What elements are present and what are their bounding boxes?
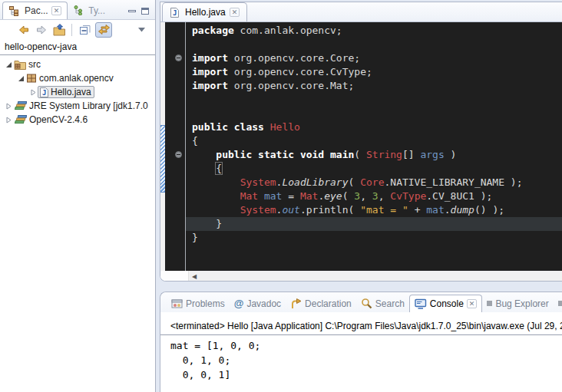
tree-item-src[interactable]: src xyxy=(0,58,155,71)
code-line-2[interactable] xyxy=(192,38,562,51)
view-menu-button[interactable] xyxy=(134,23,148,37)
code-line-10[interactable]: public static void main( String[] args ) xyxy=(192,148,562,162)
code-line-6[interactable] xyxy=(192,93,562,107)
go-into-button[interactable] xyxy=(52,23,66,37)
console-output-line: 0, 1, 0; xyxy=(170,353,562,367)
toolbar-separator xyxy=(71,24,72,36)
tab-label: Declaration xyxy=(305,298,352,309)
token-plain: () ); xyxy=(474,204,504,216)
code-line-15[interactable]: } xyxy=(186,217,562,231)
close-icon[interactable]: ✕ xyxy=(51,6,62,15)
code-line-7[interactable] xyxy=(192,107,562,120)
token-method: eye xyxy=(324,190,342,202)
tab-console[interactable]: Console✕ xyxy=(409,295,483,312)
token-type: System xyxy=(240,176,276,188)
token-type: CvType xyxy=(390,190,426,202)
library-icon xyxy=(14,114,27,125)
tree-selection: JHello.java xyxy=(38,86,94,98)
close-icon[interactable]: ✕ xyxy=(230,8,240,17)
tab-label: Bug Explorer xyxy=(495,298,548,309)
link-with-editor-button[interactable] xyxy=(95,22,112,38)
console-tabbar: Problems@JavadocDeclarationSearchConsole… xyxy=(160,292,562,312)
token-plain: } xyxy=(192,218,222,229)
tree-item-label: OpenCV-2.4.6 xyxy=(29,114,88,125)
maximize-icon[interactable] xyxy=(141,8,149,15)
code-line-12[interactable]: System.LoadLibrary( Core.NATIVE_LIBRARY_… xyxy=(192,176,562,189)
token-keyword: import xyxy=(192,66,228,77)
editor-pane: J Hello.java ✕ package com.anlak.opencv;… xyxy=(160,2,562,282)
forward-arrow-button[interactable] xyxy=(35,23,48,37)
scroll-left-arrow-icon[interactable]: ◀ xyxy=(189,273,197,280)
eclipse-window: { "colors": { "editor_background": "#1F1… xyxy=(0,0,562,392)
code-line-16[interactable]: } xyxy=(192,231,562,245)
minimize-icon[interactable] xyxy=(128,10,136,12)
code-line-9[interactable]: { xyxy=(192,134,562,148)
code-line-5[interactable]: import org.opencv.core.Mat; xyxy=(192,79,562,93)
token-plain: , xyxy=(360,190,372,202)
token-plain: .CV_8UC1 ); xyxy=(426,190,492,202)
tab-bug-explorer[interactable]: Bug Explorer xyxy=(482,295,553,312)
token-plain: ( xyxy=(349,176,361,188)
token-plain xyxy=(192,190,240,202)
tab-problems[interactable]: Problems xyxy=(167,295,230,312)
collapse-all-button[interactable] xyxy=(78,23,91,37)
console-pane: Problems@JavadocDeclarationSearchConsole… xyxy=(160,292,562,392)
token-variable: mat xyxy=(264,190,282,202)
token-plain xyxy=(258,190,264,202)
console-output[interactable]: mat = [1, 0, 0; 0, 1, 0; 0, 0, 1] xyxy=(160,335,562,382)
token-plain: ( xyxy=(342,190,355,202)
scrollbar-corner xyxy=(160,271,188,282)
token-number: 3 xyxy=(372,190,379,202)
tab-declaration[interactable]: Declaration xyxy=(286,295,356,312)
code-line-13[interactable]: Mat mat = Mat.eye( 3, 3, CvType.CV_8UC1 … xyxy=(192,189,562,203)
fold-collapse-icon[interactable] xyxy=(175,54,182,61)
tree-expanded-arrow-icon[interactable] xyxy=(5,61,13,68)
token-plain xyxy=(192,176,240,188)
tree-collapsed-arrow-icon[interactable] xyxy=(29,89,38,96)
token-type: System xyxy=(240,204,276,216)
tree-item-hello-java[interactable]: JHello.java xyxy=(0,85,155,99)
tab-label: Problems xyxy=(186,298,225,309)
tab-javadoc[interactable]: @Javadoc xyxy=(230,295,286,312)
code-line-4[interactable]: import org.opencv.core.CvType; xyxy=(192,65,562,79)
tree-item-label: src xyxy=(28,59,41,70)
token-plain: = xyxy=(282,190,299,202)
tab-hello-java[interactable]: J Hello.java ✕ xyxy=(162,2,247,21)
tree-item-com-anlak-opencv[interactable]: com.anlak.opencv xyxy=(0,71,155,85)
tab-search[interactable]: Search xyxy=(356,295,409,312)
editor-gutter[interactable] xyxy=(165,22,186,271)
tab-bug[interactable]: Bug xyxy=(554,295,562,312)
library-icon xyxy=(14,100,27,111)
editor-tabbar: J Hello.java ✕ xyxy=(160,2,562,22)
tree-expanded-arrow-icon[interactable] xyxy=(17,75,25,82)
token-type: Mat xyxy=(300,190,318,202)
tree-collapsed-arrow-icon[interactable] xyxy=(5,117,13,124)
back-arrow-button[interactable] xyxy=(17,23,31,37)
type-hierarchy-icon xyxy=(74,5,83,15)
tab-label: Console xyxy=(430,298,464,309)
tree-collapsed-arrow-icon[interactable] xyxy=(5,103,13,110)
token-plain: org.opencv.core.Mat; xyxy=(228,80,354,91)
code-area[interactable]: package com.anlak.opencv;import org.open… xyxy=(186,22,562,271)
code-line-11[interactable]: { xyxy=(192,162,562,176)
token-field: out xyxy=(282,204,299,216)
token-plain: ) xyxy=(445,149,457,160)
code-line-14[interactable]: System.out.println( "mat = " + mat.dump(… xyxy=(192,203,562,217)
view-menu-icon xyxy=(138,28,145,32)
token-type: Mat xyxy=(240,190,258,202)
scrollbar-track[interactable]: ◀ xyxy=(188,271,562,282)
fold-collapse-icon[interactable] xyxy=(175,151,182,158)
close-icon[interactable]: ✕ xyxy=(467,299,478,308)
tab-package-explorer-label: Pac... xyxy=(25,5,48,16)
token-variable: mat xyxy=(426,204,444,216)
token-keyword: import xyxy=(192,52,228,64)
package-explorer-icon xyxy=(9,6,19,16)
tab-label: Search xyxy=(375,298,405,309)
code-line-8[interactable]: public class Hello xyxy=(192,120,562,134)
tree-item-jre-system-library-jdk1-7-0[interactable]: JRE System Library [jdk1.7.0 xyxy=(0,99,155,113)
code-line-1[interactable]: package com.anlak.opencv; xyxy=(192,24,562,38)
tab-type-hierarchy[interactable]: Ty... xyxy=(68,2,111,19)
code-line-3[interactable]: import org.opencv.core.Core; xyxy=(192,51,562,65)
tab-package-explorer[interactable]: Pac... ✕ xyxy=(2,2,68,19)
tree-item-opencv-2-4-6[interactable]: OpenCV-2.4.6 xyxy=(0,113,155,127)
